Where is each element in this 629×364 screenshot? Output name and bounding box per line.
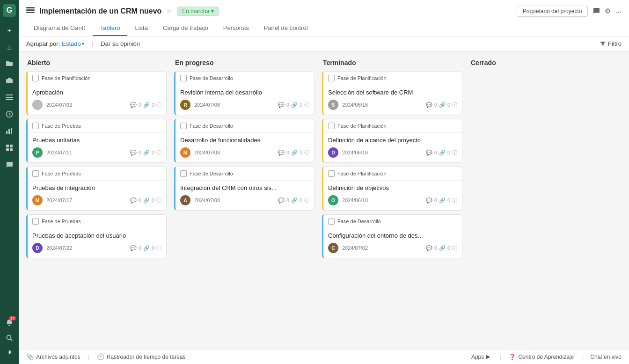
- tab-tablero[interactable]: Tablero: [93, 21, 128, 36]
- svg-rect-7: [11, 128, 12, 134]
- info-icon[interactable]: ⓘ: [304, 197, 309, 204]
- info-icon[interactable]: ⓘ: [156, 197, 161, 204]
- card-date: 2024/07/11: [46, 150, 72, 155]
- card-pruebas-unitarias[interactable]: Fase de Pruebas Pruebas unitarias P 2024…: [26, 119, 167, 163]
- card-phase: Fase de Planificación: [28, 72, 166, 85]
- info-icon[interactable]: ⓘ: [156, 245, 161, 252]
- add-icon[interactable]: +: [2, 22, 17, 37]
- apps-item[interactable]: Apps ▶: [471, 354, 492, 360]
- chat-item[interactable]: Chat en vivo: [590, 354, 622, 360]
- card-body: Revisión interna del desarrollo R 2024/0…: [176, 85, 314, 115]
- card-pruebas-integracion[interactable]: Fase de Pruebas Pruebas de integración M…: [26, 167, 167, 211]
- chat-icon[interactable]: [2, 157, 17, 172]
- chevron-down-icon: ▾: [211, 8, 214, 15]
- card-desarrollo-funcionalidades[interactable]: Fase de Desarrollo Desarrollo de funcion…: [174, 119, 314, 163]
- avatar: M: [180, 147, 190, 158]
- notification-icon[interactable]: 35: [2, 315, 17, 330]
- comment-icon[interactable]: [592, 7, 600, 16]
- attachments-item[interactable]: 📎 Archivos adjuntos: [26, 353, 80, 360]
- card-integracion-crm[interactable]: Fase de Desarrollo Integración del CRM c…: [174, 167, 314, 211]
- status-badge[interactable]: En marcha ▾: [177, 7, 219, 16]
- card-definicion-objetivos[interactable]: Fase de Planificación Definición de obje…: [322, 167, 462, 211]
- column-cards-terminado: Fase de Planificación Selección del soft…: [322, 71, 462, 342]
- card-configuracion-entorno[interactable]: Fase de Desarrollo Configuración del ent…: [322, 214, 462, 258]
- info-icon[interactable]: ⓘ: [304, 149, 309, 156]
- group-by-value[interactable]: Estado ▾: [62, 40, 84, 47]
- phase-icon: [32, 218, 39, 225]
- clock-icon[interactable]: [2, 107, 17, 122]
- list-icon[interactable]: [2, 90, 17, 105]
- briefcase-icon[interactable]: [2, 73, 17, 88]
- group-by-control: Agrupar por: Estado ▾: [26, 40, 84, 47]
- card-date: 2024/06/18: [342, 102, 368, 108]
- tab-lista[interactable]: Lista: [127, 21, 155, 36]
- card-revision-interna[interactable]: Fase de Desarrollo Revisión interna del …: [174, 71, 314, 115]
- comment-icon-small: 💬: [130, 197, 137, 204]
- comment-icon-small: 💬: [130, 102, 137, 108]
- tab-panel[interactable]: Panel de control: [256, 21, 315, 36]
- comment-icon-small: 💬: [426, 245, 432, 251]
- tab-personas[interactable]: Personas: [216, 21, 256, 36]
- nav-tabs: Diagrama de Gantt Tablero Lista Carga de…: [26, 21, 622, 36]
- card-phase: Fase de Desarrollo: [176, 72, 314, 85]
- chat-live-label: Chat en vivo: [590, 354, 622, 360]
- card-title: Pruebas unitarias: [32, 137, 161, 144]
- info-icon[interactable]: ⓘ: [156, 149, 161, 156]
- card-definicion-alcance[interactable]: Fase de Planificación Definición de alca…: [322, 119, 462, 163]
- card-date: 2024/07/08: [194, 102, 220, 108]
- avatar: O: [328, 195, 338, 205]
- card-aprobacion[interactable]: Fase de Planificación Aprobación 2024/07…: [26, 71, 167, 115]
- comment-icon-small: 💬: [278, 150, 285, 156]
- card-footer: M 2024/07/08 💬 0 🔗 0 ⓘ: [180, 147, 309, 158]
- column-cerrado: Cerrado: [470, 59, 620, 342]
- filter-button[interactable]: Filtro: [600, 40, 622, 47]
- card-body: Desarrollo de funcionalidades M 2024/07/…: [176, 133, 314, 162]
- info-icon[interactable]: ⓘ: [452, 149, 457, 156]
- settings-icon[interactable]: [2, 345, 17, 360]
- time-tracker-item[interactable]: 🕐 Rastreador de tiempo de tareas: [97, 353, 186, 360]
- card-phase: Fase de Desarrollo: [323, 215, 462, 228]
- card-meta: 💬 0 🔗 0 ⓘ: [278, 149, 309, 156]
- phase-icon: [180, 170, 187, 177]
- column-terminado: Terminado Fase de Planificación Selecció…: [322, 59, 462, 342]
- info-icon[interactable]: ⓘ: [452, 102, 457, 109]
- board: Abierto Fase de Planificación Aprobación…: [19, 51, 629, 349]
- info-icon[interactable]: ⓘ: [156, 102, 161, 109]
- card-footer: M 2024/07/17 💬 0 🔗 0 ⓘ: [32, 195, 161, 205]
- avatar: [32, 100, 43, 110]
- clock-small-icon: 🕐: [97, 353, 104, 360]
- learning-item[interactable]: ❓ Centro de Aprendizaje: [509, 354, 574, 360]
- logo[interactable]: G: [3, 4, 16, 17]
- feedback-button[interactable]: Dar su opinión: [101, 40, 140, 47]
- separator: |: [92, 40, 93, 47]
- link-icon: 🔗: [439, 102, 446, 108]
- home-icon[interactable]: ⌂: [2, 39, 17, 54]
- column-cards-en-progreso: Fase de Desarrollo Revisión interna del …: [174, 71, 314, 342]
- card-seleccion-software[interactable]: Fase de Planificación Selección del soft…: [322, 71, 462, 115]
- card-date: 2024/07/02: [342, 245, 368, 251]
- card-title: Configuración del entorno de des...: [328, 232, 457, 239]
- search-icon[interactable]: [2, 330, 17, 345]
- card-footer: P 2024/07/11 💬 0 🔗 0 ⓘ: [32, 147, 161, 158]
- sidebar: G + ⌂ 35: [0, 0, 19, 364]
- owner-button[interactable]: Propietario del proyecto: [517, 6, 588, 17]
- column-abierto: Abierto Fase de Planificación Aprobación…: [26, 59, 167, 342]
- grid-icon[interactable]: [2, 140, 17, 155]
- phase-label: Fase de Planificación: [337, 75, 387, 81]
- folder-icon[interactable]: [2, 56, 17, 71]
- group-by-label: Agrupar por:: [26, 40, 60, 47]
- info-icon[interactable]: ⓘ: [452, 197, 457, 204]
- info-icon[interactable]: ⓘ: [304, 102, 309, 109]
- settings-icon-header[interactable]: ⚙: [605, 7, 611, 15]
- more-icon[interactable]: ···: [615, 7, 622, 15]
- star-icon[interactable]: ☆: [166, 7, 172, 15]
- chart-icon[interactable]: [2, 124, 17, 138]
- avatar: P: [32, 147, 43, 158]
- card-body: Integración del CRM con otros sis... A 2…: [176, 181, 314, 210]
- tab-gantt[interactable]: Diagrama de Gantt: [26, 21, 93, 36]
- card-pruebas-aceptacion[interactable]: Fase de Pruebas Pruebas de aceptación de…: [26, 214, 167, 258]
- info-icon[interactable]: ⓘ: [452, 245, 457, 252]
- tab-carga[interactable]: Carga de trabajo: [155, 21, 216, 36]
- card-date: 2024/07/08: [194, 150, 220, 155]
- card-title: Desarrollo de funcionalidades: [180, 137, 309, 144]
